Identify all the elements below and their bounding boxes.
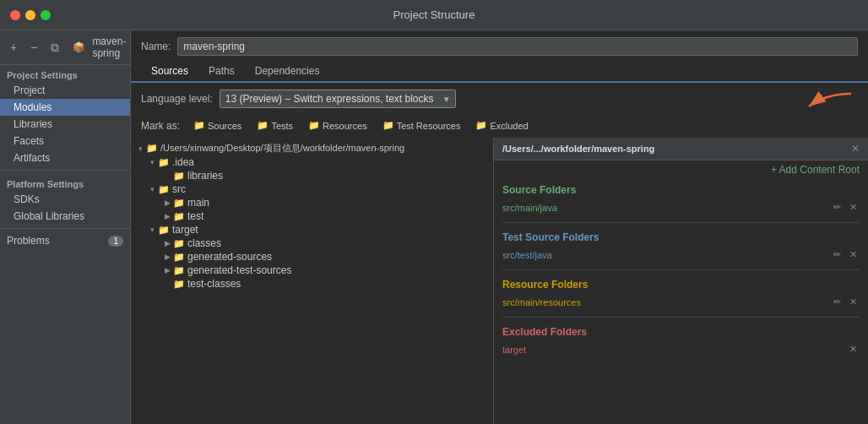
root-path-label: /Users/xinwang/Desktop/项目信息/workfolder/m… (160, 142, 404, 155)
resource-folder-row: src/main/resources ✏ ✕ (502, 294, 860, 310)
idea-folder-icon: 📁 (158, 157, 170, 168)
add-module-button[interactable]: + (7, 39, 20, 56)
tree-panel: ▾ 📁 /Users/xinwang/Desktop/项目信息/workfold… (131, 138, 494, 424)
remove-excluded-folder-button[interactable]: ✕ (847, 343, 860, 356)
root-toggle-icon: ▾ (134, 144, 146, 153)
sidebar-item-sdks[interactable]: SDKs (0, 191, 130, 208)
edit-test-source-folder-button[interactable]: ✏ (831, 248, 844, 261)
tree-node-idea[interactable]: ▾ 📁 .idea (131, 155, 493, 169)
info-panel-header: /Users/.../workfolder/maven-spring ✕ (494, 138, 868, 160)
remove-source-folder-button[interactable]: ✕ (847, 201, 860, 214)
name-label: Name: (141, 41, 171, 52)
tree-node-classes[interactable]: ▶ 📁 classes (131, 236, 493, 250)
module-name-input[interactable] (177, 37, 858, 56)
tree-node-generated-sources[interactable]: ▶ 📁 generated-sources (131, 250, 493, 264)
libraries-folder-icon: 📁 (173, 171, 185, 182)
close-button[interactable] (10, 10, 20, 20)
classes-toggle-icon: ▶ (161, 239, 173, 247)
tree-node-generated-test-sources[interactable]: ▶ 📁 generated-test-sources (131, 264, 493, 277)
remove-test-source-folder-button[interactable]: ✕ (847, 248, 860, 261)
language-level-label: Language level: (141, 93, 213, 105)
mark-resources-button[interactable]: 📁 Resources (303, 118, 372, 133)
tree-node-test-classes[interactable]: 📁 test-classes (131, 277, 493, 291)
language-level-row: Language level: 13 (Preview) – Switch ex… (131, 83, 868, 115)
resource-folders-title: Resource Folders (502, 279, 860, 291)
project-settings-label: Project Settings (0, 65, 130, 82)
src-toggle-icon: ▾ (146, 185, 158, 193)
tab-paths[interactable]: Paths (198, 61, 245, 83)
mark-test-resources-button[interactable]: 📁 Test Resources (377, 118, 466, 133)
divider-1 (502, 222, 860, 223)
resource-folder-path: src/main/resources (502, 297, 581, 307)
language-level-select[interactable]: 13 (Preview) – Switch expressions, text … (220, 90, 456, 108)
minimize-button[interactable] (25, 10, 35, 20)
test-source-folder-actions: ✏ ✕ (831, 248, 860, 261)
mark-tests-button[interactable]: 📁 Tests (252, 118, 298, 133)
tree-node-target[interactable]: ▾ 📁 target (131, 223, 493, 236)
source-folder-row: src/main/java ✏ ✕ (502, 199, 860, 215)
module-icon: 📦 (73, 41, 85, 53)
target-folder-icon: 📁 (158, 225, 170, 236)
tests-folder-icon: 📁 (257, 120, 269, 131)
content-panels: ▾ 📁 /Users/xinwang/Desktop/项目信息/workfold… (131, 138, 868, 424)
tree-node-test[interactable]: ▶ 📁 test (131, 209, 493, 223)
sidebar-item-modules[interactable]: Modules (0, 99, 130, 116)
resource-folder-actions: ✏ ✕ (831, 296, 860, 308)
test-resources-folder-icon: 📁 (382, 120, 394, 131)
tree-node-libraries[interactable]: 📁 libraries (131, 169, 493, 182)
sidebar-item-artifacts[interactable]: Artifacts (0, 149, 130, 166)
info-section-source-folders: Source Folders src/main/java ✏ ✕ (494, 179, 868, 219)
maximize-button[interactable] (41, 10, 51, 20)
excluded-folder-row: target ✕ (502, 341, 860, 357)
mark-test-resources-label: Test Resources (397, 121, 461, 131)
sidebar-item-libraries[interactable]: Libraries (0, 116, 130, 133)
tab-dependencies[interactable]: Dependencies (245, 61, 330, 83)
problems-badge: 1 (108, 236, 123, 247)
traffic-lights (10, 10, 51, 20)
source-folder-actions: ✏ ✕ (831, 201, 860, 214)
mark-tests-label: Tests (271, 121, 293, 131)
sidebar-item-project[interactable]: Project (0, 82, 130, 99)
main-label: main (187, 197, 209, 209)
classes-label: classes (187, 237, 221, 249)
sidebar-item-problems[interactable]: Problems 1 (0, 232, 130, 249)
name-row: Name: (131, 30, 868, 61)
remove-module-button[interactable]: − (27, 39, 41, 56)
gen-sources-label: generated-sources (187, 251, 272, 263)
remove-resource-folder-button[interactable]: ✕ (847, 296, 860, 308)
info-panel-close-button[interactable]: ✕ (851, 143, 860, 155)
gen-test-sources-folder-icon: 📁 (173, 265, 185, 276)
test-folder-icon: 📁 (173, 211, 185, 222)
info-panel-path: /Users/.../workfolder/maven-spring (502, 144, 654, 154)
mark-sources-button[interactable]: 📁 Sources (188, 118, 247, 133)
test-label: test (187, 210, 203, 222)
modules-label: Modules (14, 101, 52, 113)
mark-sources-label: Sources (208, 121, 241, 131)
tabs-row: Sources Paths Dependencies (131, 61, 868, 83)
sidebar-toolbar: + − ⧉ 📦 maven-spring (0, 30, 130, 65)
test-classes-label: test-classes (187, 278, 241, 290)
divider-2 (502, 269, 860, 270)
tree-node-main[interactable]: ▶ 📁 main (131, 196, 493, 209)
tree-node-src[interactable]: ▾ 📁 src (131, 182, 493, 196)
add-content-root-button[interactable]: + Add Content Root (494, 160, 868, 179)
arrow-annotation (784, 90, 851, 117)
sidebar-item-facets[interactable]: Facets (0, 133, 130, 149)
tab-sources[interactable]: Sources (141, 61, 198, 83)
copy-module-button[interactable]: ⧉ (47, 39, 62, 57)
sidebar-divider-2 (0, 228, 130, 229)
mark-excluded-button[interactable]: 📁 Excluded (470, 118, 533, 133)
main-folder-icon: 📁 (173, 198, 185, 209)
edit-source-folder-button[interactable]: ✏ (831, 201, 844, 214)
mark-excluded-label: Excluded (490, 121, 528, 131)
target-toggle-icon: ▾ (146, 226, 158, 234)
platform-settings-label: Platform Settings (0, 174, 130, 191)
test-classes-folder-icon: 📁 (173, 279, 185, 290)
sources-folder-icon: 📁 (193, 120, 205, 131)
excluded-folder-icon: 📁 (475, 120, 487, 131)
libraries-label: Libraries (14, 118, 52, 130)
edit-resource-folder-button[interactable]: ✏ (831, 296, 844, 308)
sidebar-item-global-libraries[interactable]: Global Libraries (0, 208, 130, 225)
tree-root-node[interactable]: ▾ 📁 /Users/xinwang/Desktop/项目信息/workfold… (131, 141, 493, 155)
test-toggle-icon: ▶ (161, 212, 173, 220)
